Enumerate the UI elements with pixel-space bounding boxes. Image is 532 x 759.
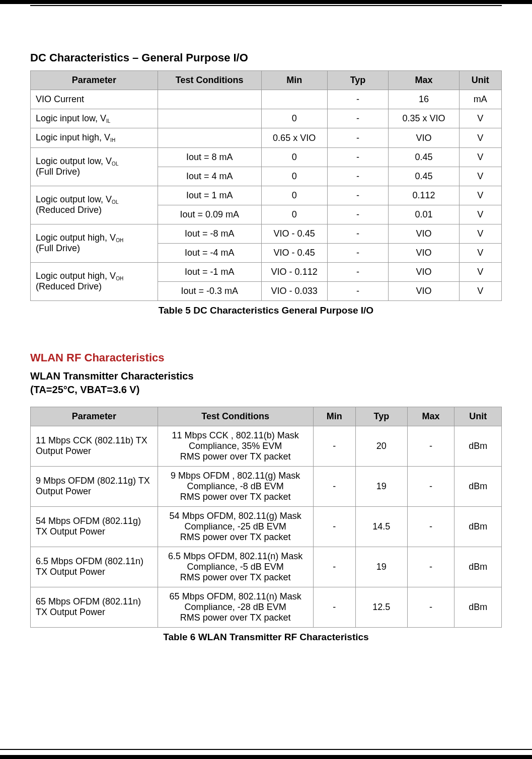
- cell-min: -: [313, 466, 355, 506]
- cell-parameter: Logic output high, VOH(Full Drive): [31, 224, 158, 262]
- cell-max: VIO: [389, 224, 459, 243]
- cell-unit: dBm: [454, 466, 502, 506]
- cell-conditions: 65 Mbps OFDM, 802.11(n) Mask Compliance,…: [158, 587, 313, 627]
- cell-min: -: [313, 587, 355, 627]
- cell-unit: dBm: [454, 506, 502, 547]
- top-divider: [30, 5, 502, 6]
- th-max: Max: [407, 407, 454, 426]
- cell-min: 0: [261, 109, 327, 128]
- cell-parameter: 54 Mbps OFDM (802.11g) TX Output Power: [31, 506, 158, 547]
- section2-subheading-1: WLAN Transmitter Characteristics: [30, 370, 502, 382]
- cell-conditions: [158, 90, 261, 109]
- section2-title: WLAN RF Characteristics: [30, 351, 502, 364]
- cell-parameter: 65 Mbps OFDM (802.11n) TX Output Power: [31, 587, 158, 627]
- cell-max: 0.112: [389, 186, 459, 205]
- cell-unit: dBm: [454, 426, 502, 466]
- th-typ: Typ: [327, 71, 389, 90]
- table-row: Logic output low, VOL(Reduced Drive)Iout…: [31, 186, 502, 205]
- cell-typ: -: [327, 205, 389, 224]
- cell-min: -: [313, 506, 355, 547]
- table-wlan-tx: Parameter Test Conditions Min Typ Max Un…: [30, 407, 502, 628]
- cell-max: -: [407, 506, 454, 547]
- table6-caption: Table 6 WLAN Transmitter RF Characterist…: [30, 632, 502, 643]
- bottom-divider: [0, 749, 532, 750]
- table-row: Logic input high, VIH0.65 x VIO-VIOV: [31, 128, 502, 147]
- cell-conditions: [158, 109, 261, 128]
- cell-typ: -: [327, 224, 389, 243]
- cell-max: VIO: [389, 281, 459, 300]
- th-conditions: Test Conditions: [158, 407, 313, 426]
- cell-unit: V: [459, 224, 501, 243]
- cell-unit: V: [459, 262, 501, 281]
- cell-unit: mA: [459, 90, 501, 109]
- cell-conditions: [158, 128, 261, 147]
- cell-parameter: Logic input low, VIL: [31, 109, 158, 128]
- cell-max: -: [407, 466, 454, 506]
- cell-max: -: [407, 426, 454, 466]
- cell-parameter: 6.5 Mbps OFDM (802.11n) TX Output Power: [31, 547, 158, 587]
- th-unit: Unit: [454, 407, 502, 426]
- cell-parameter: Logic output high, VOH(Reduced Drive): [31, 262, 158, 300]
- cell-conditions: Iout = -1 mA: [158, 262, 261, 281]
- cell-typ: -: [327, 243, 389, 262]
- table-dc-characteristics: Parameter Test Conditions Min Typ Max Un…: [30, 70, 502, 301]
- cell-min: 0: [261, 167, 327, 186]
- cell-min: 0.65 x VIO: [261, 128, 327, 147]
- cell-unit: V: [459, 128, 501, 147]
- table-row: 65 Mbps OFDM (802.11n) TX Output Power65…: [31, 587, 502, 627]
- cell-unit: dBm: [454, 587, 502, 627]
- cell-unit: dBm: [454, 547, 502, 587]
- cell-conditions: 6.5 Mbps OFDM, 802.11(n) Mask Compliance…: [158, 547, 313, 587]
- cell-conditions: Iout = -4 mA: [158, 243, 261, 262]
- cell-conditions: Iout = 0.09 mA: [158, 205, 261, 224]
- th-parameter: Parameter: [31, 407, 158, 426]
- table-row: 54 Mbps OFDM (802.11g) TX Output Power54…: [31, 506, 502, 547]
- cell-parameter: Logic output low, VOL(Full Drive): [31, 147, 158, 186]
- cell-min: 0: [261, 186, 327, 205]
- th-parameter: Parameter: [31, 71, 158, 90]
- cell-unit: V: [459, 205, 501, 224]
- cell-max: VIO: [389, 262, 459, 281]
- cell-conditions: 9 Mbps OFDM , 802.11(g) Mask Compliance,…: [158, 466, 313, 506]
- cell-typ: -: [327, 147, 389, 167]
- cell-parameter: 9 Mbps OFDM (802.11g) TX Output Power: [31, 466, 158, 506]
- cell-min: [261, 90, 327, 109]
- cell-parameter: VIO Current: [31, 90, 158, 109]
- cell-conditions: Iout = -8 mA: [158, 224, 261, 243]
- cell-parameter: Logic output low, VOL(Reduced Drive): [31, 186, 158, 224]
- cell-typ: 19: [355, 547, 407, 587]
- cell-typ: 12.5: [355, 587, 407, 627]
- cell-conditions: 54 Mbps OFDM, 802.11(g) Mask Compliance,…: [158, 506, 313, 547]
- cell-typ: -: [327, 167, 389, 186]
- cell-unit: V: [459, 109, 501, 128]
- cell-unit: V: [459, 186, 501, 205]
- cell-min: -: [313, 547, 355, 587]
- cell-min: VIO - 0.033: [261, 281, 327, 300]
- th-min: Min: [261, 71, 327, 90]
- cell-min: 0: [261, 205, 327, 224]
- th-min: Min: [313, 407, 355, 426]
- cell-parameter: Logic input high, VIH: [31, 128, 158, 147]
- table-row: 11 Mbps CCK (802.11b) TX Output Power11 …: [31, 426, 502, 466]
- cell-conditions: 11 Mbps CCK , 802.11(b) Mask Compliance,…: [158, 426, 313, 466]
- cell-max: VIO: [389, 243, 459, 262]
- cell-min: -: [313, 426, 355, 466]
- cell-min: VIO - 0.45: [261, 224, 327, 243]
- table-row: VIO Current-16mA: [31, 90, 502, 109]
- th-unit: Unit: [459, 71, 501, 90]
- cell-max: 0.45: [389, 167, 459, 186]
- cell-typ: -: [327, 262, 389, 281]
- table-header-row: Parameter Test Conditions Min Typ Max Un…: [31, 71, 502, 90]
- cell-unit: V: [459, 167, 501, 186]
- cell-typ: 14.5: [355, 506, 407, 547]
- cell-min: 0: [261, 147, 327, 167]
- cell-max: VIO: [389, 128, 459, 147]
- th-conditions: Test Conditions: [158, 71, 261, 90]
- table5-caption: Table 5 DC Characteristics General Purpo…: [30, 305, 502, 316]
- cell-typ: 19: [355, 466, 407, 506]
- cell-typ: -: [327, 109, 389, 128]
- cell-typ: -: [327, 281, 389, 300]
- cell-typ: -: [327, 186, 389, 205]
- th-typ: Typ: [355, 407, 407, 426]
- th-max: Max: [389, 71, 459, 90]
